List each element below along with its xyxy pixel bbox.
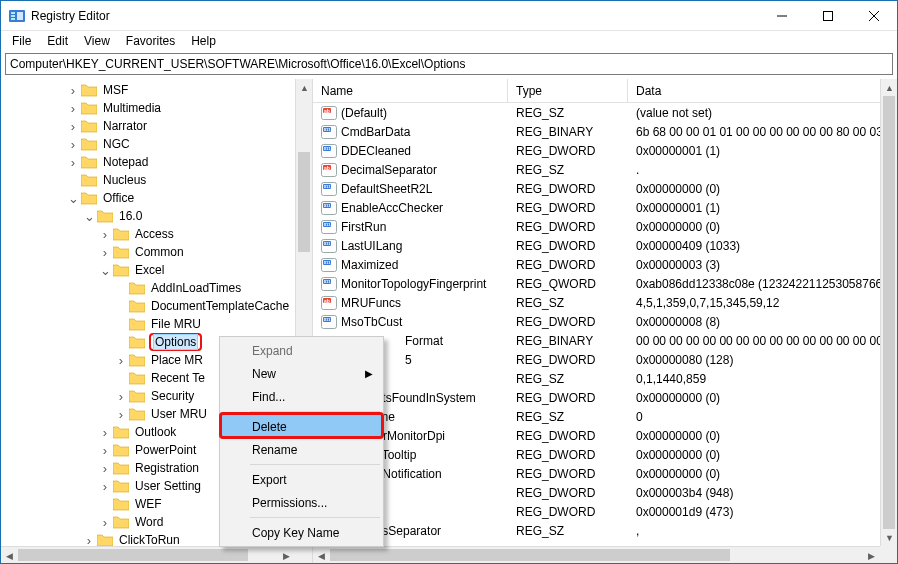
value-row[interactable]: ForMonitorDpiREG_DWORD0x00000000 (0): [313, 426, 897, 445]
chevron-right-icon[interactable]: ›: [65, 120, 81, 133]
value-row[interactable]: MonitorTopologyFingerprintREG_QWORD0xab0…: [313, 274, 897, 293]
columns-header: Name Type Data: [313, 79, 897, 103]
value-row[interactable]: ndsSeparatorREG_SZ,: [313, 521, 897, 540]
registry-editor-window: Registry Editor File Edit View Favorites…: [0, 0, 898, 564]
col-type[interactable]: Type: [508, 79, 628, 103]
value-row[interactable]: CmdBarDataREG_BINARY6b 68 00 00 01 01 00…: [313, 122, 897, 141]
tree-item[interactable]: ····›NGC: [1, 135, 312, 153]
col-data[interactable]: Data: [628, 79, 897, 103]
value-row[interactable]: nsTooltipREG_DWORD0x00000000 (0): [313, 445, 897, 464]
tree-item[interactable]: ······›Access: [1, 225, 312, 243]
menu-file[interactable]: File: [5, 33, 38, 49]
value-name: DecimalSeparator: [341, 163, 437, 177]
folder-icon: [113, 479, 129, 493]
value-row[interactable]: 5REG_DWORD0x00000080 (128): [313, 350, 897, 369]
chevron-right-icon[interactable]: ›: [113, 354, 129, 367]
tree-item[interactable]: ····⌄Office: [1, 189, 312, 207]
value-row[interactable]: LastUILangREG_DWORD0x00000409 (1033): [313, 236, 897, 255]
scroll-right-icon[interactable]: ▶: [278, 547, 295, 563]
list-vscrollbar[interactable]: ▲ ▼: [880, 79, 897, 546]
tree-label: MSF: [101, 83, 130, 97]
value-row[interactable]: FirstRunREG_DWORD0x00000000 (0): [313, 217, 897, 236]
chevron-right-icon[interactable]: ›: [97, 480, 113, 493]
chevron-down-icon[interactable]: ⌄: [97, 264, 113, 277]
close-button[interactable]: [851, 1, 897, 31]
chevron-right-icon[interactable]: ›: [65, 156, 81, 169]
chevron-right-icon[interactable]: ›: [97, 246, 113, 259]
value-row[interactable]: (Default)REG_SZ(value not set): [313, 103, 897, 122]
chevron-right-icon[interactable]: ›: [81, 534, 97, 547]
scroll-left-icon[interactable]: ◀: [1, 547, 18, 563]
menu-edit[interactable]: Edit: [40, 33, 75, 49]
value-row[interactable]: DefaultSheetR2LREG_DWORD0x00000000 (0): [313, 179, 897, 198]
value-row[interactable]: lameREG_SZ0: [313, 407, 897, 426]
scroll-left-icon[interactable]: ◀: [313, 547, 330, 563]
ctx-new[interactable]: New▶: [222, 362, 381, 385]
ctx-find[interactable]: Find...: [222, 385, 381, 408]
tree-hscrollbar[interactable]: ◀ ▶: [1, 546, 295, 563]
value-data: ,: [628, 524, 897, 538]
list-hscrollbar[interactable]: ◀ ▶: [313, 546, 880, 563]
chevron-down-icon[interactable]: ⌄: [81, 210, 97, 223]
minimize-button[interactable]: [759, 1, 805, 31]
tree-item[interactable]: ········DocumentTemplateCache: [1, 297, 312, 315]
maximize-button[interactable]: [805, 1, 851, 31]
chevron-right-icon[interactable]: ›: [113, 390, 129, 403]
value-row[interactable]: DecimalSeparatorREG_SZ.: [313, 160, 897, 179]
menu-view[interactable]: View: [77, 33, 117, 49]
col-name[interactable]: Name: [313, 79, 508, 103]
scroll-down-icon[interactable]: ▼: [881, 529, 897, 546]
tree-item[interactable]: ····›MSF: [1, 81, 312, 99]
ctx-delete[interactable]: Delete: [222, 415, 381, 438]
chevron-right-icon[interactable]: ›: [97, 462, 113, 475]
value-type: REG_DWORD: [508, 429, 628, 443]
tree-item[interactable]: ·····Nucleus: [1, 171, 312, 189]
ctx-expand[interactable]: Expand: [222, 339, 381, 362]
value-row[interactable]: ueNotificationREG_DWORD0x00000000 (0): [313, 464, 897, 483]
tree-item[interactable]: ····›Notepad: [1, 153, 312, 171]
ctx-permissions[interactable]: Permissions...: [222, 491, 381, 514]
value-row[interactable]: YREG_DWORD0x000001d9 (473): [313, 502, 897, 521]
address-bar[interactable]: Computer\HKEY_CURRENT_USER\SOFTWARE\Micr…: [5, 53, 893, 75]
ctx-export[interactable]: Export: [222, 468, 381, 491]
value-row[interactable]: MsoTbCustREG_DWORD0x00000008 (8): [313, 312, 897, 331]
tree-item[interactable]: ········AddInLoadTimes: [1, 279, 312, 297]
ctx-copy-key-name[interactable]: Copy Key Name: [222, 521, 381, 544]
value-row[interactable]: MaximizedREG_DWORD0x00000003 (3): [313, 255, 897, 274]
binary-value-icon: [321, 124, 337, 140]
tree-item[interactable]: ······⌄Excel: [1, 261, 312, 279]
value-row[interactable]: ontsFoundInSystemREG_DWORD0x00000000 (0): [313, 388, 897, 407]
chevron-right-icon[interactable]: ›: [65, 102, 81, 115]
value-row[interactable]: FormatREG_BINARY00 00 00 00 00 00 00 00 …: [313, 331, 897, 350]
scroll-up-icon[interactable]: ▲: [296, 79, 313, 96]
value-row[interactable]: REG_SZ0,1,1440,859: [313, 369, 897, 388]
scroll-up-icon[interactable]: ▲: [881, 79, 897, 96]
menu-help[interactable]: Help: [184, 33, 223, 49]
value-data: 0x00000080 (128): [628, 353, 897, 367]
chevron-right-icon[interactable]: ›: [65, 138, 81, 151]
chevron-down-icon[interactable]: ⌄: [65, 192, 81, 205]
tree-item[interactable]: ········File MRU: [1, 315, 312, 333]
tree-item[interactable]: ····›Narrator: [1, 117, 312, 135]
scroll-right-icon[interactable]: ▶: [863, 547, 880, 563]
value-name: Maximized: [341, 258, 398, 272]
chevron-right-icon[interactable]: ›: [97, 444, 113, 457]
chevron-right-icon[interactable]: ›: [113, 408, 129, 421]
string-value-icon: [321, 162, 337, 178]
tree-item[interactable]: ······›Common: [1, 243, 312, 261]
chevron-right-icon[interactable]: ›: [97, 426, 113, 439]
chevron-right-icon[interactable]: ›: [97, 228, 113, 241]
value-row[interactable]: EnableAccCheckerREG_DWORD0x00000001 (1): [313, 198, 897, 217]
values-list[interactable]: (Default)REG_SZ(value not set)CmdBarData…: [313, 103, 897, 540]
tree-item[interactable]: ·····⌄16.0: [1, 207, 312, 225]
tree-item[interactable]: ····›Multimedia: [1, 99, 312, 117]
string-value-icon: [321, 295, 337, 311]
value-row[interactable]: DDECleanedREG_DWORD0x00000001 (1): [313, 141, 897, 160]
chevron-right-icon[interactable]: ›: [97, 516, 113, 529]
menu-favorites[interactable]: Favorites: [119, 33, 182, 49]
value-row[interactable]: MRUFuncsREG_SZ4,5,1,359,0,7,15,345,59,12: [313, 293, 897, 312]
value-row[interactable]: XREG_DWORD0x000003b4 (948): [313, 483, 897, 502]
tree-label: Outlook: [133, 425, 178, 439]
ctx-rename[interactable]: Rename: [222, 438, 381, 461]
chevron-right-icon[interactable]: ›: [65, 84, 81, 97]
